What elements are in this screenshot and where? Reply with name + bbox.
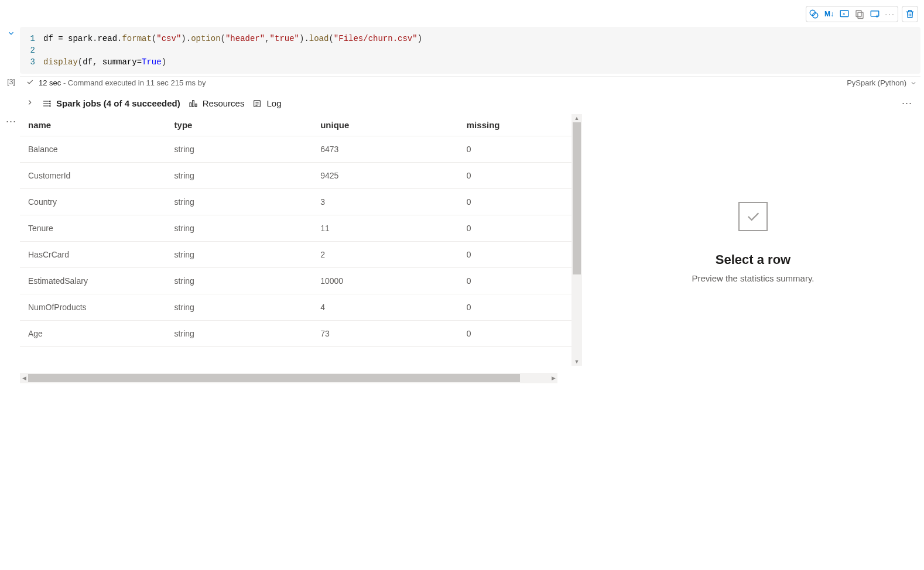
table-row[interactable]: EstimatedSalarystring100000 [20, 268, 582, 294]
svg-rect-5 [871, 11, 879, 16]
cell-type: string [166, 189, 313, 215]
scroll-right-icon[interactable]: ▶ [549, 373, 557, 383]
table-row[interactable]: Tenurestring110 [20, 215, 582, 242]
cell-missing: 0 [458, 163, 582, 189]
cell-name: EstimatedSalary [20, 268, 166, 294]
table-row[interactable]: Balancestring64730 [20, 136, 582, 163]
cell-unique: 10000 [312, 268, 458, 294]
line-number: 2 [28, 44, 43, 56]
scroll-left-icon[interactable]: ◀ [20, 373, 28, 383]
table-row[interactable]: Countrystring30 [20, 189, 582, 215]
svg-rect-10 [192, 100, 194, 107]
col-header-type[interactable]: type [166, 114, 313, 136]
expand-output-button[interactable] [26, 98, 34, 108]
trash-icon [905, 9, 915, 19]
success-check-icon [26, 78, 34, 88]
preview-pane: Select a row Preview the statistics summ… [582, 114, 924, 383]
insert-cell-below-icon[interactable] [870, 9, 880, 19]
line-number: 3 [28, 56, 43, 68]
cell-name: CustomerId [20, 163, 166, 189]
cell-type: string [166, 163, 313, 189]
cell-type: string [166, 136, 313, 163]
col-header-unique[interactable]: unique [312, 114, 458, 136]
cell-name: Balance [20, 136, 166, 163]
spark-jobs-button[interactable]: Spark jobs (4 of 4 succeeded) [42, 98, 180, 108]
cell-unique: 6473 [312, 136, 458, 163]
output-options-button[interactable]: ··· [2, 114, 20, 383]
output-header: Spark jobs (4 of 4 succeeded) Resources … [0, 92, 924, 114]
svg-rect-11 [195, 104, 197, 107]
scroll-down-icon[interactable]: ▼ [571, 358, 582, 366]
kernel-name: PySpark (Python) [847, 78, 906, 87]
delete-cell-button[interactable] [902, 6, 918, 22]
horizontal-scrollbar[interactable]: ◀ ▶ [20, 373, 557, 383]
col-header-name[interactable]: name [20, 114, 166, 136]
cell-type: string [166, 321, 313, 347]
table-scroll[interactable]: name type unique missing Balancestring64… [20, 114, 582, 366]
more-actions-icon[interactable]: ··· [885, 9, 895, 19]
execution-count: [3] [2, 78, 20, 86]
vscroll-thumb[interactable] [573, 122, 581, 274]
code-line-1: df = spark.read.format("csv").option("he… [43, 33, 422, 44]
hscroll-thumb[interactable] [28, 374, 520, 382]
cell-missing: 0 [458, 136, 582, 163]
scroll-up-icon[interactable]: ▲ [571, 114, 582, 122]
table-row[interactable]: CustomerIdstring94250 [20, 163, 582, 189]
chevron-down-icon [910, 80, 917, 87]
log-icon [252, 99, 262, 108]
cell-missing: 0 [458, 242, 582, 268]
output-more-button[interactable]: ··· [902, 97, 912, 109]
table-row[interactable]: HasCrCardstring20 [20, 242, 582, 268]
check-icon [745, 208, 761, 225]
cell-type: string [166, 294, 313, 321]
vertical-scrollbar[interactable]: ▲ ▼ [571, 114, 582, 366]
cell-unique: 3 [312, 189, 458, 215]
cell-unique: 73 [312, 321, 458, 347]
code-line-3: display(df, summary=True) [43, 56, 166, 68]
line-number: 1 [28, 33, 43, 44]
log-button[interactable]: Log [252, 98, 281, 108]
col-header-missing[interactable]: missing [458, 114, 582, 136]
resources-icon [189, 99, 198, 108]
summary-table-panel: name type unique missing Balancestring64… [20, 114, 582, 383]
table-header-row: name type unique missing [20, 114, 582, 136]
cell-unique: 9425 [312, 163, 458, 189]
clear-output-icon[interactable] [839, 9, 850, 19]
cell-toolbar-group: M↓ ··· [806, 6, 898, 22]
cell-unique: 2 [312, 242, 458, 268]
collapse-cell-button[interactable] [2, 27, 20, 37]
cell-missing: 0 [458, 189, 582, 215]
convert-to-markdown-icon[interactable]: M↓ [824, 9, 834, 19]
cell-type: string [166, 215, 313, 242]
copy-cell-icon[interactable] [854, 9, 865, 19]
cell-unique: 4 [312, 294, 458, 321]
code-editor[interactable]: 1 df = spark.read.format("csv").option("… [20, 27, 920, 74]
code-cell-row: 1 df = spark.read.format("csv").option("… [0, 26, 924, 74]
copilot-icon[interactable] [809, 9, 819, 19]
kernel-selector[interactable]: PySpark (Python) [847, 78, 917, 87]
cell-missing: 0 [458, 321, 582, 347]
status-text: 12 sec - Command executed in 11 sec 215 … [39, 78, 206, 87]
table-row[interactable]: NumOfProductsstring40 [20, 294, 582, 321]
cell-name: HasCrCard [20, 242, 166, 268]
log-label: Log [266, 98, 281, 108]
cell-name: Age [20, 321, 166, 347]
cell-type: string [166, 268, 313, 294]
resources-label: Resources [203, 98, 245, 108]
cell-missing: 0 [458, 268, 582, 294]
status-bar: 12 sec - Command executed in 11 sec 215 … [20, 76, 920, 88]
resources-button[interactable]: Resources [189, 98, 245, 108]
table-row[interactable]: Agestring730 [20, 321, 582, 347]
summary-table: name type unique missing Balancestring64… [20, 114, 582, 347]
preview-title: Select a row [716, 252, 790, 267]
output-area: ··· name type unique missing Balancestri… [0, 114, 924, 383]
empty-state-icon [738, 202, 768, 231]
cell-missing: 0 [458, 215, 582, 242]
status-row: [3] 12 sec - Command executed in 11 sec … [0, 74, 924, 92]
cell-name: Country [20, 189, 166, 215]
spark-jobs-icon [42, 99, 52, 108]
cell-type: string [166, 242, 313, 268]
code-line-2 [43, 44, 48, 56]
cell-unique: 11 [312, 215, 458, 242]
cell-toolbar: M↓ ··· [0, 0, 924, 26]
